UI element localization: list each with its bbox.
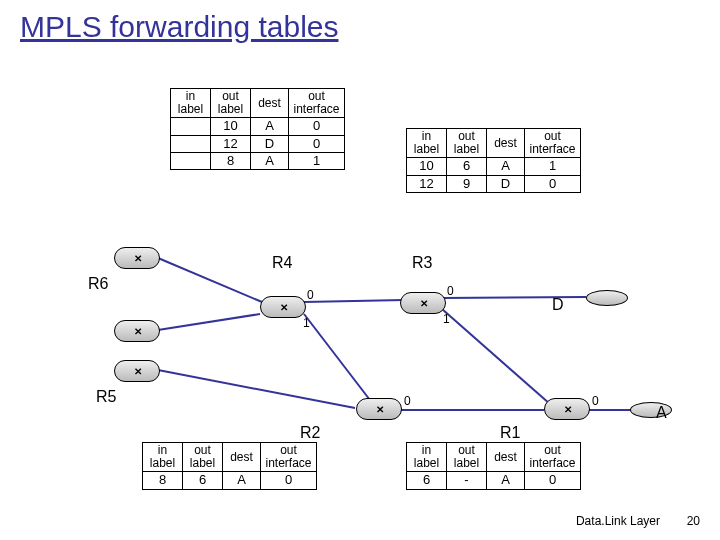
label-r3: R3 — [412, 254, 432, 272]
hdr-in-label: in label — [171, 89, 211, 118]
table-row: 12D0 — [171, 135, 345, 152]
router-r6-b-icon: ✕ — [114, 320, 160, 342]
table-r4: in label out label dest out interface 10… — [170, 88, 345, 170]
table-row: 129D0 — [407, 175, 581, 192]
table-row: 6-A0 — [407, 472, 581, 489]
link-lines — [0, 0, 720, 540]
table-row: 86A0 — [143, 472, 317, 489]
svg-line-3 — [304, 300, 404, 302]
label-r5: R5 — [96, 388, 116, 406]
label-r6: R6 — [88, 275, 108, 293]
hdr-out-if: out interface — [289, 89, 345, 118]
svg-line-5 — [442, 297, 586, 298]
table-row: 106A1 — [407, 158, 581, 175]
svg-line-1 — [158, 314, 260, 330]
hdr-dest: dest — [251, 89, 289, 118]
router-r3-icon: ✕ — [400, 292, 446, 314]
svg-line-0 — [158, 258, 262, 302]
svg-line-6 — [442, 309, 550, 404]
router-r4-icon: ✕ — [260, 296, 306, 318]
router-r2-icon: ✕ — [356, 398, 402, 420]
port-r4-1: 1 — [303, 316, 310, 330]
port-r4-0: 0 — [307, 288, 314, 302]
table-row: 10A0 — [171, 118, 345, 135]
label-r4: R4 — [272, 254, 292, 272]
router-r1-icon: ✕ — [544, 398, 590, 420]
port-r2-0: 0 — [404, 394, 411, 408]
port-r3-1: 1 — [443, 312, 450, 326]
table-r2: in label out label dest out interface 86… — [142, 442, 317, 490]
hdr-out-label: out label — [211, 89, 251, 118]
router-r6-a-icon: ✕ — [114, 247, 160, 269]
dest-d-icon — [586, 290, 628, 306]
port-r3-0: 0 — [447, 284, 454, 298]
table-r3: in label out label dest out interface 10… — [406, 128, 581, 193]
table-r1: in label out label dest out interface 6-… — [406, 442, 581, 490]
router-r5-icon: ✕ — [114, 360, 160, 382]
page-title: MPLS forwarding tables — [20, 10, 339, 44]
table-row: 8A1 — [171, 152, 345, 169]
port-r1-0: 0 — [592, 394, 599, 408]
label-dest-a: A — [656, 404, 667, 422]
footer-label: Data.Link Layer — [576, 514, 660, 528]
label-dest-d: D — [552, 296, 564, 314]
svg-line-2 — [158, 370, 355, 408]
label-r1: R1 — [500, 424, 520, 442]
label-r2: R2 — [300, 424, 320, 442]
page-number: 20 — [687, 514, 700, 528]
svg-line-4 — [304, 314, 373, 404]
